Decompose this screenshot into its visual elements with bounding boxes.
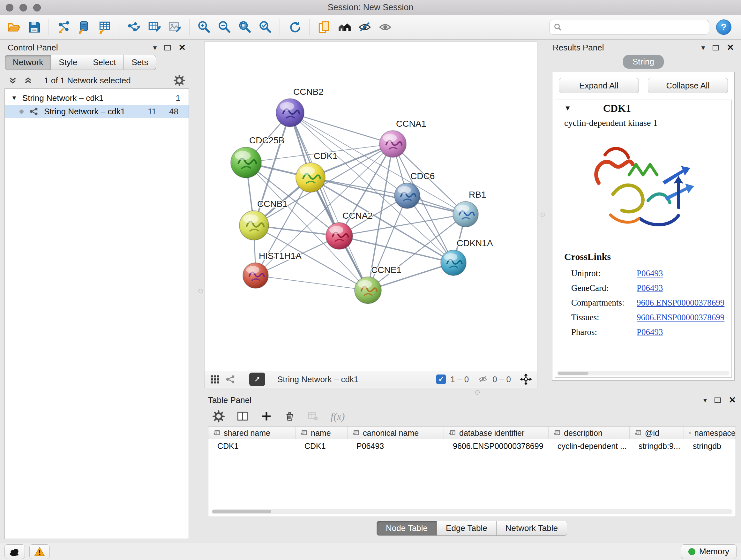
birdseye-view-button[interactable]: [335, 17, 354, 37]
cell-name[interactable]: CDK1: [295, 442, 347, 451]
tab-network-table[interactable]: Network Table: [496, 521, 567, 536]
selected-nodes-checkbox[interactable]: ✓: [436, 374, 446, 384]
network-edge[interactable]: [290, 113, 466, 214]
network-node[interactable]: CCNA1: [380, 119, 426, 158]
pan-crosshair-icon[interactable]: [520, 373, 532, 385]
tree-expander-icon[interactable]: ▼: [11, 95, 17, 102]
zoom-selected-button[interactable]: [256, 17, 274, 37]
table-row[interactable]: CDK1 CDK1 P06493 9606.ENSP00000378699 cy…: [208, 439, 736, 453]
import-table-button[interactable]: [95, 17, 114, 37]
show-columns-button[interactable]: [236, 410, 249, 423]
zoom-in-button[interactable]: [195, 17, 213, 37]
cell-shared-name[interactable]: CDK1: [208, 442, 295, 451]
window-controls[interactable]: [6, 4, 41, 11]
zoom-out-button[interactable]: [215, 17, 233, 37]
panel-menu-icon[interactable]: ▾: [703, 396, 707, 405]
network-overview-button[interactable]: [226, 374, 235, 384]
function-builder-button[interactable]: f(x): [331, 411, 345, 422]
results-horizontal-scrollbar[interactable]: [557, 371, 730, 375]
network-node[interactable]: HIST1H1A: [243, 251, 301, 288]
panel-float-icon[interactable]: [713, 45, 719, 51]
tab-style[interactable]: Style: [51, 55, 85, 70]
network-node[interactable]: RB1: [453, 190, 486, 227]
network-node[interactable]: CCNB1: [239, 199, 287, 240]
detach-view-button[interactable]: [249, 373, 265, 386]
column-header-id[interactable]: @id: [630, 427, 684, 439]
crosslink-genecard-link[interactable]: P06493: [636, 281, 663, 295]
grid-view-button[interactable]: [210, 374, 220, 384]
search-box[interactable]: [549, 20, 709, 35]
show-graphics-button[interactable]: [376, 17, 394, 37]
open-session-button[interactable]: [4, 17, 23, 37]
table-settings-button[interactable]: [212, 410, 225, 422]
crosslink-pharos-link[interactable]: P06493: [636, 325, 663, 339]
crosslink-uniprot-link[interactable]: P06493: [636, 266, 663, 281]
minimize-window-button[interactable]: [19, 4, 27, 11]
export-image-button[interactable]: [165, 17, 184, 37]
panel-close-icon[interactable]: ✕: [179, 43, 186, 53]
export-network-button[interactable]: [125, 17, 143, 37]
table-horizontal-scrollbar[interactable]: [212, 509, 732, 514]
column-header-database-identifier[interactable]: database identifier: [444, 427, 549, 439]
panel-float-icon[interactable]: [164, 45, 171, 51]
cell-description[interactable]: cyclin-dependent ...: [549, 442, 630, 451]
network-edge[interactable]: [368, 196, 407, 290]
tab-edge-table[interactable]: Edge Table: [436, 521, 496, 536]
scrollbar-thumb[interactable]: [212, 510, 271, 513]
import-network-file-button[interactable]: [54, 17, 73, 37]
import-network-database-button[interactable]: [75, 17, 93, 37]
network-edge[interactable]: [256, 275, 368, 290]
network-row-selected[interactable]: String Network – cdk1 11 48: [5, 105, 189, 118]
delete-column-button[interactable]: [284, 411, 295, 422]
scrollbar-thumb[interactable]: [558, 372, 589, 375]
tab-node-table[interactable]: Node Table: [377, 521, 437, 536]
panel-close-icon[interactable]: ✕: [727, 43, 734, 53]
network-edge[interactable]: [311, 178, 466, 214]
zoom-window-button[interactable]: [33, 4, 41, 11]
network-canvas[interactable]: CCNB2CCNA1CDC25BCDK1CDC6RB1CCNB1CCNA2CDK…: [205, 42, 537, 371]
splitter-handle[interactable]: [541, 212, 545, 217]
save-session-button[interactable]: [25, 17, 44, 37]
cloud-status-button[interactable]: [4, 544, 25, 559]
tab-network[interactable]: Network: [5, 55, 51, 70]
network-node[interactable]: CDK1: [296, 151, 338, 192]
collapse-all-button[interactable]: Collapse All: [648, 78, 728, 93]
splitter-handle[interactable]: [199, 289, 203, 294]
network-node[interactable]: CDKN1A: [441, 238, 493, 275]
network-node[interactable]: CCNA2: [326, 211, 373, 249]
search-input[interactable]: [564, 22, 705, 32]
panel-float-icon[interactable]: [715, 397, 721, 403]
expand-all-button[interactable]: Expand All: [559, 78, 639, 93]
cell-namespace[interactable]: stringdb: [684, 442, 736, 451]
network-edge[interactable]: [339, 236, 454, 263]
export-table-button[interactable]: [145, 17, 163, 37]
warnings-button[interactable]: [29, 544, 50, 559]
hidden-eye-slash-icon[interactable]: [478, 374, 488, 384]
network-collection-row[interactable]: ▼ String Network – cdk1 1: [5, 91, 189, 105]
panel-close-icon[interactable]: ✕: [729, 395, 736, 405]
network-node[interactable]: CCNE1: [354, 265, 401, 304]
crosslink-tissues-link[interactable]: 9606.ENSP00000378699: [636, 310, 724, 325]
crosslink-compartments-link[interactable]: 9606.ENSP00000378699: [636, 295, 724, 310]
hide-graphics-button[interactable]: [355, 17, 374, 37]
column-header-namespace[interactable]: namespace: [684, 427, 736, 439]
column-header-canonical-name[interactable]: canonical name: [347, 427, 444, 439]
close-window-button[interactable]: [6, 4, 13, 11]
gene-expander-icon[interactable]: ▼: [564, 104, 571, 112]
cell-canonical-name[interactable]: P06493: [347, 442, 444, 451]
cell-database-identifier[interactable]: 9606.ENSP00000378699: [444, 442, 549, 451]
refresh-network-button[interactable]: [285, 17, 304, 37]
memory-button[interactable]: Memory: [681, 544, 737, 559]
network-edge[interactable]: [290, 113, 393, 144]
cell-id[interactable]: stringdb:9...: [630, 442, 684, 451]
column-header-description[interactable]: description: [549, 427, 630, 439]
panel-menu-icon[interactable]: ▾: [701, 44, 705, 52]
tab-sets[interactable]: Sets: [124, 55, 156, 70]
network-edge[interactable]: [290, 113, 368, 290]
gene-section-header[interactable]: ▼ CDK1: [555, 100, 731, 117]
gear-icon[interactable]: [174, 75, 185, 86]
tab-select[interactable]: Select: [85, 55, 124, 70]
column-header-shared-name[interactable]: shared name: [208, 427, 295, 439]
zoom-fit-button[interactable]: [235, 17, 254, 37]
duplicate-network-button[interactable]: [315, 17, 333, 37]
